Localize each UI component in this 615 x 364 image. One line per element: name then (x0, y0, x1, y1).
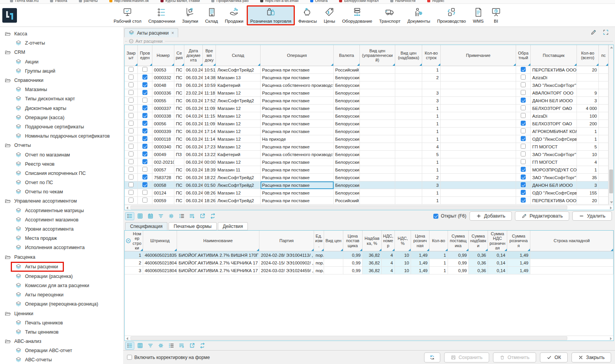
checkbox[interactable] (129, 190, 134, 195)
column-header[interactable]: Номер (152, 45, 174, 66)
cell-note[interactable] (441, 143, 516, 151)
cell-reverse[interactable] (516, 189, 531, 197)
table-row[interactable]: 0000118ПС06.03.2411:14Магазин 12На прихо… (125, 135, 608, 143)
cell-note[interactable] (441, 128, 516, 135)
cell-closed[interactable] (125, 89, 138, 97)
cell-ps[interactable] (599, 105, 608, 112)
table-row[interactable]: 00048ПЗ06.03.2410:59КафетерийРасценка со… (125, 81, 608, 89)
add-button[interactable]: Добавить (470, 211, 512, 221)
table-row[interactable]: 34600605021804БИОЙОГ.АКТИВИА 2.7% ЧЕРНИК… (125, 267, 613, 274)
cell-ps[interactable] (599, 128, 608, 135)
cell-currency[interactable]: Белорусский (334, 120, 360, 128)
cell-operation[interactable]: Расценка при поставке (261, 197, 334, 204)
column-header[interactable]: Строка накладной (530, 231, 613, 251)
ok-button[interactable]: ОК (540, 352, 568, 362)
cell-warehouse[interactable]: ЛюксСофтТрейд2 (216, 181, 261, 189)
cell-closed[interactable] (125, 97, 138, 105)
cell-currency[interactable]: Белорусский (334, 74, 360, 81)
cell-operation[interactable]: Расценка при поставке (261, 112, 334, 120)
cell-date[interactable]: 06.03.24 (184, 143, 203, 151)
cell-number[interactable]: 00048 (152, 81, 174, 89)
cell-total[interactable]: 1 (577, 128, 599, 135)
column-header[interactable]: Вид цен (324, 231, 343, 251)
cell-warehouse[interactable]: Магазин 12 (216, 189, 261, 197)
checkbox[interactable] (142, 128, 147, 133)
column-header[interactable]: Время доку (203, 45, 216, 66)
list-view-button[interactable] (125, 342, 134, 350)
checkbox[interactable] (521, 105, 526, 110)
column-header[interactable]: Номер строки (125, 231, 143, 251)
cell-operation[interactable]: Расценка при поставке (261, 89, 334, 97)
checkbox[interactable] (142, 136, 147, 141)
tree-item[interactable]: Ассортимент магазинов (0, 215, 123, 224)
cell-reverse[interactable] (516, 74, 531, 81)
cell-series[interactable] (174, 158, 184, 166)
scroll-left-icon[interactable] (126, 337, 128, 340)
cell-series[interactable]: ПС (174, 143, 184, 151)
cell-total[interactable]: 10 (577, 151, 599, 158)
cell-price_type_mgmt[interactable] (360, 74, 395, 81)
tree-folder[interactable]: Касса (0, 29, 123, 38)
cell-date[interactable]: 04.03.24 (184, 112, 203, 120)
tree-folder[interactable]: Отчеты (0, 141, 123, 150)
cell-supplier[interactable]: ПЕРСПЕКТИВА ООО (531, 197, 577, 204)
tree-item[interactable]: Z-отчеты (0, 38, 123, 48)
tree-item[interactable]: Отчет по ПС (0, 178, 123, 187)
checkbox[interactable] (142, 151, 147, 156)
cell-reverse[interactable] (516, 105, 531, 112)
cell-posted[interactable] (138, 158, 152, 166)
cell-posted[interactable] (138, 166, 152, 174)
cell-line[interactable]: 1 (125, 251, 143, 259)
cell-price_type[interactable] (324, 267, 343, 274)
cell-qty[interactable]: 1 (429, 267, 448, 274)
tree-item[interactable]: Реестр чеков (0, 160, 123, 169)
cell-supplier[interactable]: ГП МОГОСТ (531, 158, 577, 166)
cell-lines[interactable]: 1 (422, 105, 441, 112)
cell-price_type_markup[interactable] (395, 151, 422, 158)
fullscreen-icon[interactable] (603, 29, 609, 35)
cell-vat_num[interactable]: 4 (382, 259, 395, 267)
tree-item[interactable]: Исполнения ассортимента (0, 243, 123, 252)
table-row[interactable]: 00053ПС06.03.2410:51ЛюксСофтТрейд2Расцен… (125, 66, 608, 74)
bookmark-item[interactable]: Яндекс (427, 0, 445, 3)
cell-ps[interactable] (599, 97, 608, 105)
cell-sup_price[interactable]: 0,99 (343, 251, 363, 259)
cancel-button[interactable]: Отменить (493, 352, 536, 362)
cell-posted[interactable] (138, 143, 152, 151)
table-row[interactable]: 0000339ПС06.03.2417:14Магазин 12Расценка… (125, 128, 608, 135)
cell-lines[interactable]: 1 (422, 112, 441, 120)
cell-invoice[interactable] (530, 251, 613, 259)
cell-operation[interactable]: На приходе (261, 135, 334, 143)
column-header[interactable]: Кол-во строк (422, 45, 441, 66)
collapse-group-icon[interactable] (129, 39, 134, 43)
cell-ps[interactable] (599, 89, 608, 97)
cell-reverse[interactable] (516, 120, 531, 128)
cell-currency[interactable]: Белорусский (334, 112, 360, 120)
tree-item[interactable]: Операции (расценка) (0, 272, 123, 281)
cell-operation[interactable]: Расценка при поставке (261, 166, 334, 174)
cell-posted[interactable] (138, 66, 152, 74)
calendar-grid-button[interactable] (146, 212, 155, 220)
detail-tab-0[interactable]: Спецификация (125, 222, 167, 230)
tree-item[interactable]: Отчет по магазинам (0, 150, 123, 159)
gear-button[interactable] (156, 342, 165, 350)
checkbox[interactable] (142, 159, 147, 164)
column-header[interactable]: Сумма надбавки (469, 231, 488, 251)
cell-series[interactable]: ПС (174, 66, 184, 74)
cell-price_type_markup[interactable] (395, 166, 422, 174)
column-header[interactable]: Ед. изм. (314, 231, 324, 251)
cell-time[interactable]: 11:14 (203, 135, 216, 143)
cell-lines[interactable]: 4 (422, 143, 441, 151)
cell-note[interactable] (441, 181, 516, 189)
cell-currency[interactable]: Белорусский (334, 81, 360, 89)
cell-price_type_markup[interactable] (395, 143, 422, 151)
tree-item[interactable]: Акции (0, 57, 123, 66)
cell-time[interactable]: 00:00 (203, 158, 216, 166)
save-button[interactable]: Сохранить (444, 352, 489, 362)
checkbox[interactable] (521, 159, 526, 164)
cell-date[interactable]: 06.03.24 (184, 128, 203, 135)
column-header[interactable]: Склад (216, 45, 261, 66)
cell-reverse[interactable] (516, 135, 531, 143)
detail-tab-2[interactable]: Действия (218, 222, 248, 230)
tree-item[interactable]: Операции (переоценка-розница) (0, 299, 123, 309)
